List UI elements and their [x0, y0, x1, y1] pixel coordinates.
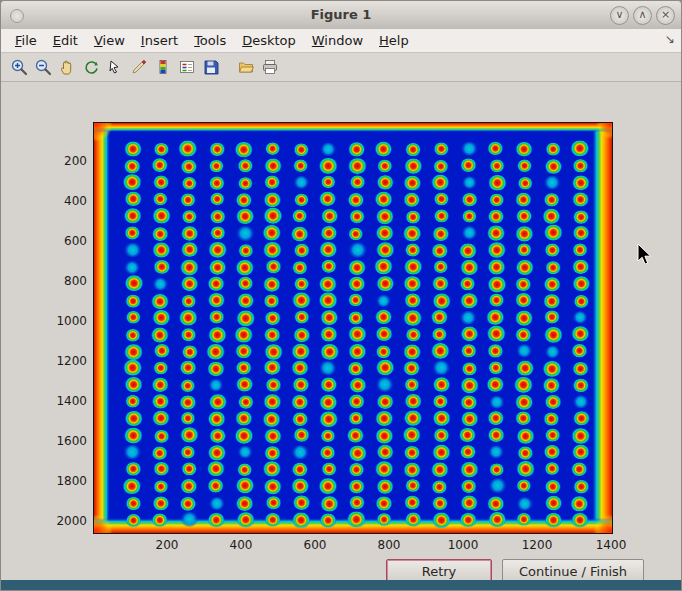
heatmap-image[interactable]: [93, 122, 613, 534]
y-tick-label: 200: [45, 154, 87, 168]
titlebar-buttons: ∨ ∧ ×: [610, 6, 675, 25]
y-tick-label: 400: [45, 194, 87, 208]
rotate-3d-icon[interactable]: [80, 56, 102, 78]
y-tick-label: 1800: [45, 474, 87, 488]
x-tick-label: 1400: [596, 538, 627, 552]
window-title: Figure 1: [1, 7, 681, 22]
print-icon[interactable]: [259, 56, 281, 78]
x-tick-label: 200: [156, 538, 179, 552]
x-tick-label: 800: [378, 538, 401, 552]
x-tick-label: 400: [230, 538, 253, 552]
x-tick-label: 1200: [522, 538, 553, 552]
y-tick-label: 800: [45, 274, 87, 288]
brush-icon[interactable]: [128, 56, 150, 78]
open-folder-icon[interactable]: [235, 56, 257, 78]
legend-icon[interactable]: [176, 56, 198, 78]
y-tick-label: 1400: [45, 394, 87, 408]
y-tick-label: 600: [45, 234, 87, 248]
titlebar[interactable]: Figure 1 ∨ ∧ ×: [1, 1, 681, 30]
x-tick-label: 1000: [448, 538, 479, 552]
menu-view[interactable]: View: [86, 31, 133, 50]
data-cursor-icon[interactable]: [104, 56, 126, 78]
menubar: File Edit View Insert Tools Desktop Wind…: [1, 29, 681, 53]
menu-insert[interactable]: Insert: [133, 31, 186, 50]
pan-hand-icon[interactable]: [56, 56, 78, 78]
menu-window[interactable]: Window: [304, 31, 371, 50]
menu-edit[interactable]: Edit: [45, 31, 86, 50]
y-tick-label: 1200: [45, 354, 87, 368]
zoom-out-icon[interactable]: [32, 56, 54, 78]
y-tick-label: 1000: [45, 314, 87, 328]
x-tick-label: 600: [304, 538, 327, 552]
minimize-button[interactable]: ∨: [610, 6, 629, 25]
save-icon[interactable]: [200, 56, 222, 78]
window-bottom-strip: [1, 580, 681, 590]
menu-desktop[interactable]: Desktop: [234, 31, 304, 50]
figure-canvas-area: 200400600800100012001400160018002000 200…: [1, 82, 681, 580]
close-button[interactable]: ×: [656, 6, 675, 25]
figure-toolbar: [1, 53, 681, 82]
figure-window: Figure 1 ∨ ∧ × File Edit View Insert Too…: [0, 0, 682, 591]
y-tick-label: 1600: [45, 434, 87, 448]
toolbar-separator: [224, 67, 233, 68]
maximize-button[interactable]: ∧: [633, 6, 652, 25]
menu-tools[interactable]: Tools: [186, 31, 234, 50]
y-tick-label: 2000: [45, 514, 87, 528]
menubar-overflow-icon[interactable]: ↘: [665, 32, 675, 46]
colorbar-icon[interactable]: [152, 56, 174, 78]
menu-file[interactable]: File: [7, 31, 45, 50]
menu-help[interactable]: Help: [371, 31, 417, 50]
zoom-in-icon[interactable]: [8, 56, 30, 78]
